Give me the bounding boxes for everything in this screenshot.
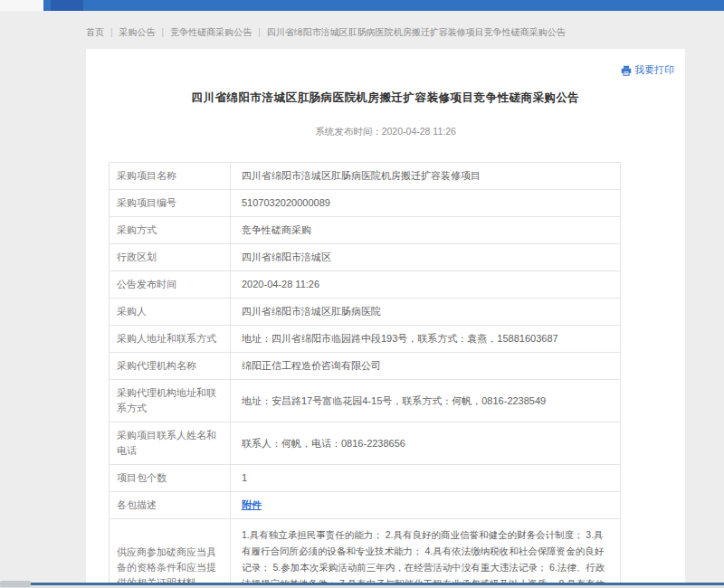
announcement-card: 我要打印 四川省绵阳市涪城区肛肠病医院机房搬迁扩容装修项目竞争性磋商采购公告 系… bbox=[86, 49, 685, 588]
row-value: 1.具有独立承担民事责任的能力； 2.具有良好的商业信誉和健全的财务会计制度； … bbox=[231, 519, 621, 588]
table-row: 采购人四川省绵阳市涪城区肛肠病医院 bbox=[110, 299, 621, 326]
top-nav-active-item[interactable] bbox=[51, 0, 83, 11]
table-row: 各包描述附件 bbox=[110, 492, 621, 519]
table-row: 项目包个数1 bbox=[110, 465, 621, 492]
row-label: 项目包个数 bbox=[110, 465, 231, 492]
table-row: 采购人地址和联系方式地址：四川省绵阳市临园路中段193号，联系方式：袁燕，158… bbox=[110, 326, 621, 353]
row-value: 绵阳正信工程造价咨询有限公司 bbox=[231, 353, 621, 380]
row-value: 2020-04-28 11:26 bbox=[231, 271, 621, 299]
row-label: 采购项目编号 bbox=[110, 190, 231, 217]
row-label: 采购人 bbox=[110, 299, 231, 326]
table-row: 采购项目编号5107032020000089 bbox=[110, 190, 621, 217]
publish-time: 系统发布时间：2020-04-28 11:26 bbox=[86, 126, 685, 138]
row-label: 供应商参加磋商应当具备的资格条件和应当提供的相关证明材料 bbox=[110, 519, 231, 588]
table-row: 采购代理机构地址和联系方式地址：安昌路17号富临花园4-15号，联系方式：何帆，… bbox=[110, 380, 621, 422]
row-value: 1 bbox=[231, 465, 621, 492]
row-value: 附件 bbox=[231, 492, 621, 519]
breadcrumb-item[interactable]: 采购公告 bbox=[119, 27, 156, 37]
table-row: 采购项目名称四川省绵阳市涪城区肛肠病医院机房搬迁扩容装修项目 bbox=[110, 163, 621, 190]
row-value: 5107032020000089 bbox=[231, 190, 621, 217]
table-row: 采购方式竞争性磋商采购 bbox=[110, 217, 621, 244]
breadcrumb-item[interactable]: 首页 bbox=[86, 27, 104, 37]
row-label: 行政区划 bbox=[110, 244, 231, 271]
table-row: 采购代理机构名称绵阳正信工程造价咨询有限公司 bbox=[110, 353, 621, 380]
row-label: 采购项目联系人姓名和电话 bbox=[110, 422, 231, 465]
print-button[interactable]: 我要打印 bbox=[621, 63, 674, 77]
announcement-info-table: 采购项目名称四川省绵阳市涪城区肛肠病医院机房搬迁扩容装修项目采购项目编号5107… bbox=[109, 162, 621, 588]
table-row: 采购项目联系人姓名和电话联系人：何帆，电话：0816-2238656 bbox=[110, 422, 621, 465]
attachment-link[interactable]: 附件 bbox=[242, 499, 262, 510]
row-value: 地址：四川省绵阳市临园路中段193号，联系方式：袁燕，15881603687 bbox=[231, 326, 621, 353]
row-label: 采购代理机构地址和联系方式 bbox=[110, 380, 231, 422]
table-row: 公告发布时间2020-04-28 11:26 bbox=[110, 271, 621, 299]
table-row: 供应商参加磋商应当具备的资格条件和应当提供的相关证明材料1.具有独立承担民事责任… bbox=[110, 519, 621, 588]
window-bottom-edge bbox=[0, 583, 724, 585]
row-label: 采购方式 bbox=[110, 217, 231, 244]
row-value: 四川省绵阳市涪城区肛肠病医院 bbox=[231, 299, 621, 326]
row-value: 四川省绵阳市涪城区肛肠病医院机房搬迁扩容装修项目 bbox=[231, 163, 621, 190]
row-value: 地址：安昌路17号富临花园4-15号，联系方式：何帆，0816-2238549 bbox=[231, 380, 621, 422]
printer-icon bbox=[621, 65, 632, 76]
topbar-left-gap bbox=[0, 0, 43, 11]
row-label: 采购人地址和联系方式 bbox=[110, 326, 231, 353]
row-value: 四川省绵阳市涪城区 bbox=[231, 244, 621, 271]
print-label: 我要打印 bbox=[634, 63, 674, 77]
row-value: 竞争性磋商采购 bbox=[231, 217, 621, 244]
row-label: 采购项目名称 bbox=[110, 163, 231, 190]
top-nav-bar bbox=[43, 0, 724, 11]
horizontal-scrollbar-thumb[interactable] bbox=[0, 581, 31, 587]
breadcrumb-item: 四川省绵阳市涪城区肛肠病医院机房搬迁扩容装修项目竞争性磋商采购公告 bbox=[267, 27, 566, 37]
breadcrumb-separator: | bbox=[162, 27, 165, 37]
breadcrumb-item[interactable]: 竞争性磋商采购公告 bbox=[170, 27, 252, 37]
breadcrumb-separator: | bbox=[258, 27, 261, 37]
table-row: 行政区划四川省绵阳市涪城区 bbox=[110, 244, 621, 271]
row-label: 采购代理机构名称 bbox=[110, 353, 231, 380]
row-label: 公告发布时间 bbox=[110, 271, 231, 299]
page-title: 四川省绵阳市涪城区肛肠病医院机房搬迁扩容装修项目竞争性磋商采购公告 bbox=[111, 90, 660, 106]
row-value: 联系人：何帆，电话：0816-2238656 bbox=[231, 422, 621, 465]
breadcrumb-separator: | bbox=[110, 27, 113, 37]
breadcrumb: 首页|采购公告|竞争性磋商采购公告|四川省绵阳市涪城区肛肠病医院机房搬迁扩容装修… bbox=[86, 26, 566, 39]
row-label: 各包描述 bbox=[110, 492, 231, 519]
